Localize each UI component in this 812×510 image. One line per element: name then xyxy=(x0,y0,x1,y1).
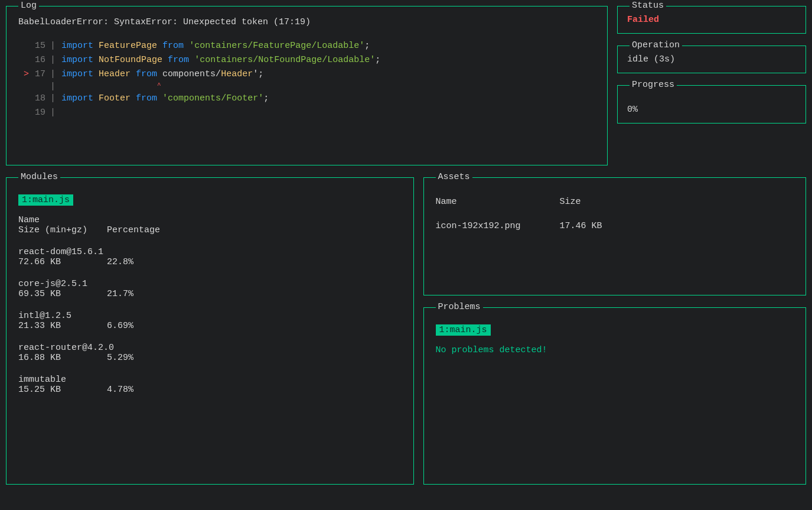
asset-row: icon-192x192.png 17.46 KB xyxy=(436,221,794,231)
module-pct: 21.7% xyxy=(107,289,133,299)
modules-header-size: Size (min+gz) xyxy=(18,225,107,235)
module-size: 21.33 KB xyxy=(18,321,107,331)
progress-value: 0% xyxy=(627,105,796,115)
modules-title: Modules xyxy=(18,172,60,182)
assets-header-size: Size xyxy=(560,197,581,207)
line-separator: | xyxy=(50,106,56,120)
problems-badge[interactable]: 1:main.js xyxy=(436,324,491,336)
log-title: Log xyxy=(18,1,39,11)
module-name: react-router@4.2.0 xyxy=(18,343,402,353)
progress-title: Progress xyxy=(630,80,677,90)
line-number: 16 xyxy=(29,53,45,67)
module-row: react-dom@15.6.1 72.66 KB 22.8% xyxy=(18,247,402,267)
module-row: immutable 15.25 KB 4.78% xyxy=(18,375,402,395)
line-separator: | xyxy=(50,53,56,67)
module-row: core-js@2.5.1 69.35 KB 21.7% xyxy=(18,279,402,299)
module-name: immutable xyxy=(18,375,402,385)
status-panel: Status Failed xyxy=(617,6,806,34)
code-line: 19 | xyxy=(18,106,595,120)
line-separator: | xyxy=(50,39,56,53)
line-separator: | xyxy=(50,67,56,82)
module-size: 16.88 KB xyxy=(18,353,107,363)
module-row: intl@1.2.5 21.33 KB 6.69% xyxy=(18,311,402,331)
problems-message: No problems detected! xyxy=(436,345,794,355)
modules-header-pct: Percentage xyxy=(107,225,160,235)
code-line: 16 | import NotFoundPage from 'container… xyxy=(18,53,595,67)
line-number: 15 xyxy=(29,39,45,53)
module-pct: 4.78% xyxy=(107,385,133,395)
log-error-message: BabelLoaderError: SyntaxError: Unexpecte… xyxy=(18,17,595,27)
module-size: 15.25 KB xyxy=(18,385,107,395)
status-title: Status xyxy=(630,1,666,11)
error-marker: > xyxy=(18,67,29,82)
module-size: 72.66 KB xyxy=(18,257,107,267)
module-pct: 22.8% xyxy=(107,257,133,267)
code-line: 18 | import Footer from 'components/Foot… xyxy=(18,92,595,106)
asset-name: icon-192x192.png xyxy=(436,221,560,231)
modules-header-name: Name xyxy=(18,215,402,225)
log-panel: Log BabelLoaderError: SyntaxError: Unexp… xyxy=(6,6,608,165)
module-pct: 6.69% xyxy=(107,321,133,331)
modules-badge[interactable]: 1:main.js xyxy=(18,194,73,206)
progress-panel: Progress 0% xyxy=(617,85,806,124)
problems-title: Problems xyxy=(436,302,483,312)
module-name: react-dom@15.6.1 xyxy=(18,247,402,257)
operation-value: idle (3s) xyxy=(627,54,796,64)
operation-title: Operation xyxy=(630,40,682,50)
modules-panel: Modules 1:main.js Name Size (min+gz) Per… xyxy=(6,177,414,485)
line-number: 19 xyxy=(29,106,45,120)
asset-size: 17.46 KB xyxy=(560,221,602,231)
line-separator: | xyxy=(50,82,56,92)
module-row: react-router@4.2.0 16.88 KB 5.29% xyxy=(18,343,402,363)
code-line: 15 | import FeaturePage from 'containers… xyxy=(18,39,595,53)
error-caret: ^ xyxy=(157,82,161,92)
line-separator: | xyxy=(50,92,56,106)
line-number: 18 xyxy=(29,92,45,106)
module-name: core-js@2.5.1 xyxy=(18,279,402,289)
status-value: Failed xyxy=(627,15,796,25)
module-pct: 5.29% xyxy=(107,353,133,363)
assets-header-name: Name xyxy=(436,197,560,207)
problems-panel: Problems 1:main.js No problems detected! xyxy=(423,307,807,485)
assets-panel: Assets Name Size icon-192x192.png 17.46 … xyxy=(423,177,807,295)
line-number: 17 xyxy=(29,67,45,82)
operation-panel: Operation idle (3s) xyxy=(617,46,806,73)
code-line-error: > 17 | import Header from components/Hea… xyxy=(18,67,595,82)
module-name: intl@1.2.5 xyxy=(18,311,402,321)
assets-title: Assets xyxy=(436,172,472,182)
module-size: 69.35 KB xyxy=(18,289,107,299)
caret-line: | import Header from ^ xyxy=(18,82,595,92)
